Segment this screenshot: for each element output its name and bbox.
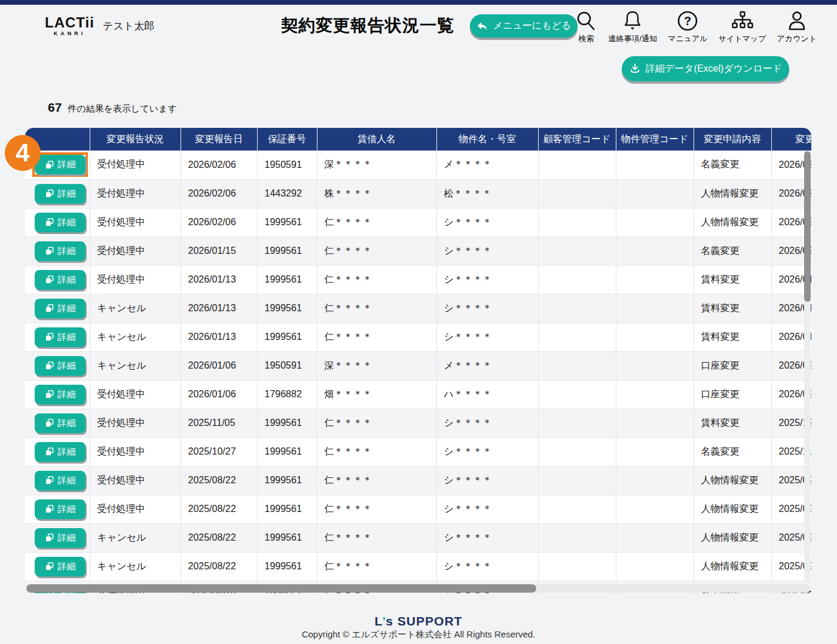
table-row: 詳細 受付処理中 2025/10/27 1999561 仁＊＊＊＊ シ＊＊＊＊ … [25,437,811,466]
detail-button[interactable]: 詳細 [35,155,85,174]
cell-guarantee-no: 1999561 [257,294,317,323]
table-row: 詳細 受付処理中 2025/11/05 1999561 仁＊＊＊＊ シ＊＊＊＊ … [25,409,811,437]
detail-button[interactable]: 詳細 [35,299,85,318]
cell-property: ハ＊＊＊＊ [436,380,538,409]
detail-copy-icon [45,275,54,284]
cell-customer-code [538,151,616,179]
col-header-status: 変更報告状況 [90,128,181,151]
cell-change-type: 人物情報変更 [694,179,771,208]
cell-property-code [616,523,694,552]
nav-sitemap[interactable]: サイトマップ [719,10,766,44]
back-to-menu-button[interactable]: メニューにもどる [470,14,578,38]
detail-button-wrap: 詳細 [32,440,88,464]
cell-guarantee-no: 1999561 [257,409,317,437]
nav-account[interactable]: アカウント [777,10,817,44]
cell-guarantee-no: 1443292 [257,179,317,208]
detail-copy-icon [45,533,54,542]
detail-button[interactable]: 詳細 [35,270,85,290]
table-row: 詳細 キャンセル 2025/08/22 1999561 仁＊＊＊＊ シ＊＊＊＊ … [25,523,811,552]
excel-download-button[interactable]: 詳細データ(Excel)ダウンロード [622,56,789,81]
cell-property: シ＊＊＊＊ [436,466,538,495]
top-navy-strip [0,0,837,5]
detail-button[interactable]: 詳細 [35,241,85,261]
detail-button[interactable]: 詳細 [35,213,85,232]
table-vertical-scrollbar-thumb[interactable] [804,151,811,302]
cell-property-code [616,409,694,437]
results-summary: 67 件の結果を表示しています [48,100,177,115]
table-header-row: 変更報告状況 変更報告日 保証番号 賃借人名 物件名・号室 顧客管理コード 物件… [25,128,811,151]
cell-guarantee-no: 1999561 [257,466,317,495]
cell-guarantee-no: 1950591 [257,351,317,380]
cell-status: キャンセル [90,523,181,552]
detail-button-label: 詳細 [58,561,76,572]
cell-change-type: 人物情報変更 [694,208,771,237]
page-footer: L’s SUPPORT Copyright © エルズサポート株式会社 All … [0,614,837,640]
annotation-step-badge: 4 [5,135,41,171]
detail-button[interactable]: 詳細 [35,442,85,462]
col-header-change-type: 変更申請内容 [694,128,771,151]
search-icon [575,10,597,32]
detail-button-wrap: 詳細 [32,152,88,177]
detail-button[interactable]: 詳細 [35,356,85,376]
cell-status: キャンセル [90,351,181,380]
cell-guarantee-no: 1999561 [257,552,317,581]
table-row: 詳細 受付処理中 2026/01/15 1999561 仁＊＊＊＊ シ＊＊＊＊ … [25,237,811,265]
cell-guarantee-no: 1999561 [257,523,317,552]
detail-button[interactable]: 詳細 [35,385,85,404]
app-logo[interactable]: LACTii KANRI [45,16,94,36]
cell-property: シ＊＊＊＊ [436,523,538,552]
detail-button[interactable]: 詳細 [35,413,85,433]
cell-tenant: 仁＊＊＊＊ [317,323,436,351]
logo-sub-text: KANRI [45,30,94,36]
detail-button[interactable]: 詳細 [35,528,85,548]
detail-button[interactable]: 詳細 [35,471,85,490]
cell-property: シ＊＊＊＊ [436,409,538,437]
bell-icon [622,10,643,32]
detail-button[interactable]: 詳細 [35,327,85,347]
table-horizontal-scrollbar-thumb[interactable] [26,584,536,593]
cell-change-type: 人物情報変更 [694,552,771,581]
detail-button[interactable]: 詳細 [35,184,85,204]
cell-tenant: 仁＊＊＊＊ [317,208,436,237]
detail-copy-icon [45,361,54,370]
cell-status: 受付処理中 [90,265,181,294]
cell-property-code [616,466,694,495]
cell-report-date: 2025/08/22 [181,552,257,581]
cell-customer-code [538,466,616,495]
table-body: 詳細 受付処理中 2026/02/06 1950591 深＊＊＊＊ メ＊＊＊＊ … [25,151,811,593]
detail-button-label: 詳細 [58,475,76,486]
cell-tenant: 仁＊＊＊＊ [317,523,436,552]
detail-button-label: 詳細 [58,159,76,170]
detail-button-label: 詳細 [58,360,76,372]
detail-button-wrap: 詳細 [32,210,88,235]
col-header-property: 物件名・号室 [436,128,538,151]
cell-change-type: 口座変更 [694,351,771,380]
cell-property-code [616,294,694,323]
cell-status: キャンセル [90,294,181,323]
table-row: 詳細 受付処理中 2026/02/06 1443292 株＊＊＊＊ 松＊＊＊＊ … [25,179,811,208]
col-header-tenant: 賃借人名 [317,128,436,151]
nav-search[interactable]: 検索 [575,10,597,44]
cell-property: シ＊＊＊＊ [436,237,538,265]
detail-button[interactable]: 詳細 [35,557,85,576]
detail-button-wrap: 詳細 [32,268,88,292]
cell-customer-code [538,523,616,552]
cell-customer-code [538,323,616,351]
cell-report-date: 2026/01/15 [181,237,257,265]
cell-status: 受付処理中 [90,237,181,265]
nav-manual[interactable]: ? マニュアル [668,10,708,44]
svg-text:?: ? [684,14,691,27]
nav-notifications[interactable]: 連絡事項/通知 [608,10,657,44]
col-header-reflect-date: 変更反映日 [771,128,811,151]
detail-copy-icon [45,217,54,227]
cell-guarantee-no: 1999561 [257,237,317,265]
cell-status: 受付処理中 [90,466,181,495]
cell-change-type: 口座変更 [694,380,771,409]
detail-button[interactable]: 詳細 [35,499,85,519]
cell-guarantee-no: 1999561 [257,323,317,351]
cell-report-date: 2025/10/27 [181,437,257,466]
detail-copy-icon [45,390,54,399]
cell-customer-code [538,380,616,409]
cell-property-code [616,552,694,581]
cell-guarantee-no: 1999561 [257,495,317,523]
